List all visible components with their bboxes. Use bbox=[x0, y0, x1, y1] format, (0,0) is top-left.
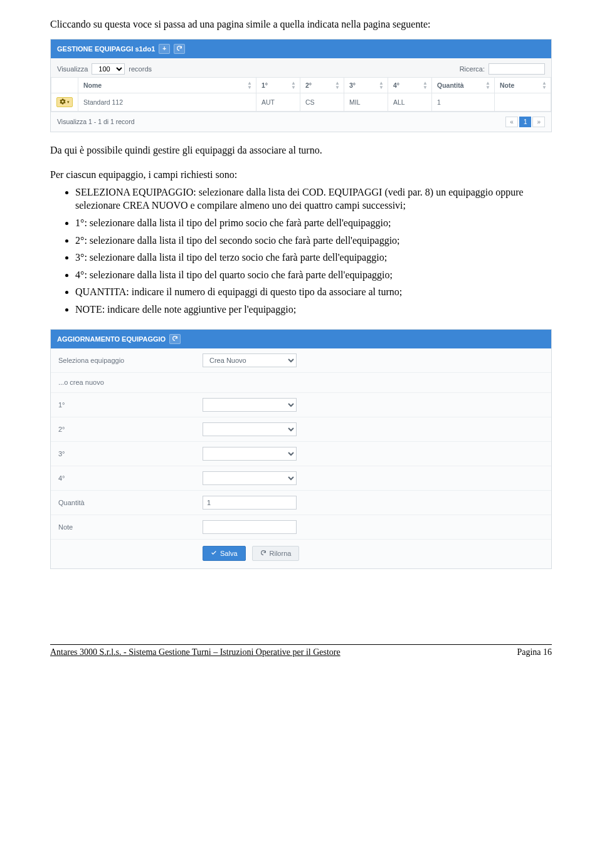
panel2-header: AGGIORNAMENTO EQUIPAGGIO bbox=[51, 330, 551, 348]
bullet-list: SELEZIONA EQUIPAGGIO: selezionare dalla … bbox=[50, 186, 552, 316]
panel2-title: AGGIORNAMENTO EQUIPAGGIO bbox=[57, 335, 166, 343]
cell-nome: Standard 112 bbox=[78, 93, 256, 111]
pager-page-1[interactable]: 1 bbox=[519, 117, 532, 127]
bullet-item: SELEZIONA EQUIPAGGIO: selezionare dalla … bbox=[75, 186, 552, 212]
row-action-button[interactable]: ▾ bbox=[56, 97, 73, 107]
search-input[interactable] bbox=[488, 63, 545, 75]
save-label: Salva bbox=[220, 550, 238, 557]
select-socio-2[interactable] bbox=[203, 422, 297, 436]
cell-2: CS bbox=[300, 93, 344, 111]
cell-3: MIL bbox=[344, 93, 388, 111]
bullet-item: 4°: selezionare dalla lista il tipo del … bbox=[75, 268, 552, 282]
panel1-header: GESTIONE EQUIPAGGI s1do1 + bbox=[51, 39, 551, 58]
label-quantita: Quantità bbox=[58, 499, 203, 506]
sort-icon bbox=[247, 81, 252, 90]
footer-page-number: Pagina 16 bbox=[517, 647, 552, 657]
label-1: 1° bbox=[58, 401, 203, 409]
sort-icon bbox=[542, 81, 547, 90]
bullet-item: NOTE: indicare delle note aggiuntive per… bbox=[75, 303, 552, 316]
reset-button[interactable]: Rilorna bbox=[252, 546, 300, 561]
cell-4: ALL bbox=[388, 93, 432, 111]
refresh-header-button[interactable] bbox=[169, 334, 181, 344]
check-icon bbox=[211, 550, 217, 557]
mid-paragraph-1: Da qui è possibile quindi gestire gli eq… bbox=[50, 144, 552, 157]
select-socio-1[interactable] bbox=[203, 398, 297, 412]
th-2[interactable]: 2° bbox=[300, 77, 344, 93]
th-3[interactable]: 3° bbox=[344, 77, 388, 93]
sort-icon bbox=[485, 81, 490, 90]
table-info: Visualizza 1 - 1 di 1 record bbox=[57, 118, 135, 125]
th-4[interactable]: 4° bbox=[388, 77, 432, 93]
show-label-pre: Visualizza bbox=[57, 65, 88, 73]
th-quantita[interactable]: Quantità bbox=[432, 77, 495, 93]
chevron-down-icon: ▾ bbox=[67, 100, 70, 105]
save-button[interactable]: Salva bbox=[203, 546, 246, 561]
bullet-item: 3°: selezionare dalla lista il tipo del … bbox=[75, 251, 552, 264]
reset-label: Rilorna bbox=[270, 550, 292, 557]
label-crea-nuovo: ...o crea nuovo bbox=[58, 379, 203, 386]
add-button[interactable]: + bbox=[159, 44, 170, 54]
refresh-icon bbox=[260, 550, 267, 557]
intro-paragraph: Cliccando su questa voce si passa ad una… bbox=[50, 18, 552, 31]
equipaggi-table: Nome 1° 2° 3° 4° Quantità Note bbox=[51, 77, 551, 112]
bullet-item: 2°: selezionare dalla lista il tipo del … bbox=[75, 234, 552, 248]
label-note: Note bbox=[58, 523, 203, 531]
label-4: 4° bbox=[58, 474, 203, 482]
mid-paragraph-2: Per ciascun equipaggio, i campi richiest… bbox=[50, 168, 552, 182]
label-2: 2° bbox=[58, 426, 203, 433]
select-socio-3[interactable] bbox=[203, 447, 297, 461]
th-1[interactable]: 1° bbox=[256, 77, 300, 93]
gear-icon bbox=[60, 98, 66, 106]
label-seleziona-equipaggio: Seleziona equipaggio bbox=[58, 357, 203, 364]
cell-note bbox=[495, 93, 551, 111]
input-quantita[interactable] bbox=[203, 496, 297, 510]
sort-icon bbox=[423, 81, 428, 90]
th-note[interactable]: Note bbox=[495, 77, 551, 93]
th-nome[interactable]: Nome bbox=[78, 77, 256, 93]
select-equipaggio[interactable]: Crea Nuovo bbox=[203, 353, 297, 367]
bullet-item: QUANTITA: indicare il numero di equipagg… bbox=[75, 285, 552, 299]
refresh-icon bbox=[176, 45, 182, 53]
panel1-title: GESTIONE EQUIPAGGI s1do1 bbox=[57, 45, 155, 53]
cell-1: AUT bbox=[256, 93, 300, 111]
pager-prev[interactable]: « bbox=[505, 117, 518, 127]
sort-icon bbox=[335, 81, 340, 90]
footer-left: Antares 3000 S.r.l.s. - Sistema Gestione… bbox=[50, 647, 341, 657]
panel-gestione-equipaggi: GESTIONE EQUIPAGGI s1do1 + Visualizza 10… bbox=[50, 39, 552, 132]
bullet-item: 1°: selezionare dalla lista il tipo del … bbox=[75, 216, 552, 230]
show-label-post: records bbox=[129, 65, 152, 73]
sort-icon bbox=[379, 81, 384, 90]
pager: « 1 » bbox=[505, 117, 545, 127]
sort-icon bbox=[291, 81, 296, 90]
pager-next[interactable]: » bbox=[532, 117, 545, 127]
refresh-header-button[interactable] bbox=[174, 44, 185, 54]
refresh-icon bbox=[172, 335, 178, 343]
select-socio-4[interactable] bbox=[203, 471, 297, 485]
panel-aggiornamento-equipaggio: AGGIORNAMENTO EQUIPAGGIO Seleziona equip… bbox=[50, 329, 552, 569]
search-label: Ricerca: bbox=[460, 65, 485, 73]
plus-icon: + bbox=[162, 45, 166, 52]
input-note[interactable] bbox=[203, 520, 297, 534]
cell-qty: 1 bbox=[432, 93, 495, 111]
label-3: 3° bbox=[58, 450, 203, 458]
th-actions bbox=[51, 77, 78, 93]
table-row: ▾ Standard 112 AUT CS MIL ALL 1 bbox=[51, 93, 551, 111]
page-size-select[interactable]: 100 bbox=[92, 63, 125, 75]
